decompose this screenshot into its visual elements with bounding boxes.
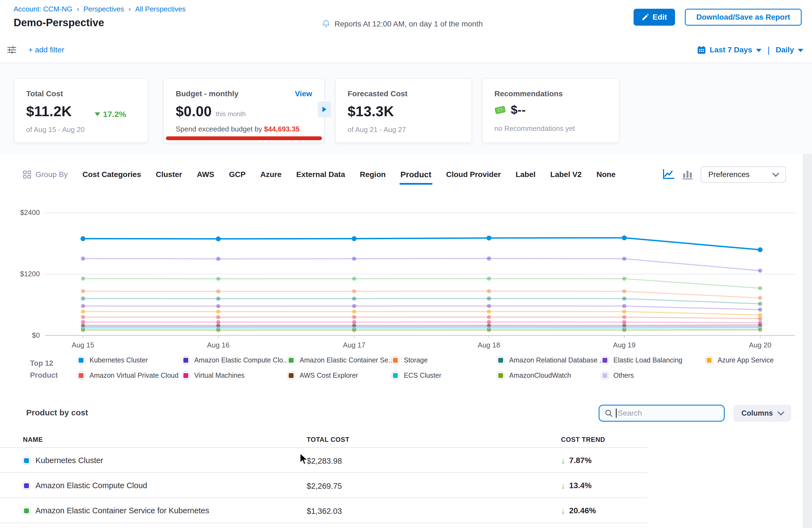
table-row[interactable]: Kubernetes Cluster$2,283.98↓7.87% bbox=[0, 448, 647, 473]
row-product-name: Kubernetes Cluster bbox=[35, 456, 103, 465]
add-filter-button[interactable]: + add filter bbox=[28, 46, 64, 54]
group-by-tab-cost-categories[interactable]: Cost Categories bbox=[83, 170, 141, 179]
legend-label: AWS Cost Explorer bbox=[300, 371, 358, 379]
legend-item[interactable]: ECS Cluster bbox=[392, 371, 441, 379]
legend-color-chip bbox=[182, 372, 189, 379]
legend-item[interactable]: Kubernetes Cluster bbox=[77, 356, 148, 364]
card-period: of Aug 15 - Aug 20 bbox=[26, 126, 136, 134]
column-header-name[interactable]: NAME bbox=[23, 436, 43, 443]
group-by-tab-label-v2[interactable]: Label V2 bbox=[550, 170, 582, 179]
chart-controls: Preferences bbox=[663, 166, 786, 183]
group-by-tab-cluster[interactable]: Cluster bbox=[156, 170, 182, 179]
legend-item[interactable]: Virtual Machines bbox=[182, 371, 245, 379]
legend-heading-line2: Product bbox=[30, 369, 58, 381]
legend-item[interactable]: Elastic Load Balancing bbox=[601, 356, 682, 364]
chart-point bbox=[81, 320, 85, 324]
legend-label: AmazonCloudWatch bbox=[509, 371, 571, 379]
arrow-down-icon: ↓ bbox=[561, 507, 565, 515]
search-input[interactable]: Search bbox=[599, 405, 725, 422]
mouse-cursor bbox=[300, 453, 309, 466]
download-save-report-button[interactable]: Download/Save as Report bbox=[685, 9, 802, 26]
chart-point bbox=[81, 236, 85, 241]
breadcrumb-item[interactable]: All Perspectives bbox=[135, 5, 186, 13]
group-by-tab-none[interactable]: None bbox=[596, 170, 615, 179]
chart-point bbox=[758, 296, 762, 300]
chart-line-amazon-relational-database-service bbox=[83, 299, 760, 304]
download-button-label: Download/Save as Report bbox=[696, 13, 790, 21]
row-name: Amazon Elastic Compute Cloud bbox=[23, 481, 147, 490]
chart-point bbox=[81, 289, 85, 293]
legend-color-chip bbox=[497, 372, 504, 379]
row-total-cost: $2,269.75 bbox=[307, 482, 342, 490]
total-cost-value: $11.2K bbox=[26, 103, 72, 119]
chart-point bbox=[622, 256, 626, 261]
group-by-tab-aws[interactable]: AWS bbox=[197, 170, 214, 179]
column-header-cost-trend[interactable]: COST TREND bbox=[561, 436, 605, 443]
legend-item[interactable]: Amazon Elastic Container Se... bbox=[288, 356, 394, 364]
card-title: Budget - monthly bbox=[176, 89, 238, 98]
card-title: Forecasted Cost bbox=[348, 89, 460, 98]
legend-label: Amazon Elastic Container Se... bbox=[300, 356, 394, 364]
view-budget-link[interactable]: View bbox=[295, 89, 312, 98]
table-row[interactable]: Amazon Elastic Container Service for Kub… bbox=[0, 498, 647, 523]
pencil-icon bbox=[642, 14, 649, 21]
group-by-tab-external-data[interactable]: External Data bbox=[296, 170, 345, 179]
legend-item[interactable]: AmazonCloudWatch bbox=[497, 371, 571, 379]
chart-point bbox=[487, 296, 491, 300]
x-axis-label: Aug 15 bbox=[72, 341, 94, 349]
group-by-tab-label[interactable]: Label bbox=[516, 170, 536, 179]
edit-button[interactable]: Edit bbox=[634, 9, 675, 26]
time-range-selector[interactable]: Last 7 Days bbox=[710, 46, 752, 54]
legend-item[interactable]: Amazon Virtual Private Cloud bbox=[77, 371, 178, 379]
chart-point bbox=[352, 320, 356, 324]
filter-bar: + add filter Last 7 Days | Daily bbox=[0, 37, 812, 63]
filter-sliders-icon[interactable] bbox=[7, 46, 16, 54]
expand-budget-button[interactable] bbox=[318, 101, 331, 117]
group-by-tab-region[interactable]: Region bbox=[360, 170, 386, 179]
group-by-tab-cloud-provider[interactable]: Cloud Provider bbox=[446, 170, 501, 179]
forecasted-cost-value: $13.3K bbox=[348, 103, 394, 119]
legend-item[interactable]: AWS Cost Explorer bbox=[288, 371, 358, 379]
row-product-name: Amazon Elastic Container Service for Kub… bbox=[35, 506, 209, 515]
row-total-cost: $1,362.03 bbox=[307, 507, 342, 516]
preferences-dropdown[interactable]: Preferences bbox=[701, 166, 786, 183]
chart-point bbox=[622, 296, 626, 300]
line-chart-icon[interactable] bbox=[663, 169, 675, 180]
table-row[interactable]: Amazon Elastic Compute Cloud$2,269.75↓13… bbox=[0, 473, 647, 498]
group-by-tab-product[interactable]: Product bbox=[401, 170, 431, 179]
chart-line-virtual-machines bbox=[83, 322, 760, 323]
breadcrumb-item[interactable]: Perspectives bbox=[84, 5, 124, 13]
cost-trend-line-chart[interactable]: $2400$1200$0Aug 15Aug 16Aug 17Aug 18Aug … bbox=[0, 191, 802, 354]
chart-point bbox=[487, 236, 491, 240]
breadcrumb-item[interactable]: Account: CCM-NG bbox=[14, 5, 72, 13]
legend-item[interactable]: Amazon Elastic Compute Clo... bbox=[182, 356, 289, 364]
bar-chart-icon[interactable] bbox=[682, 169, 693, 180]
columns-label: Columns bbox=[741, 409, 773, 417]
legend-color-chip bbox=[182, 357, 189, 364]
legend-item[interactable]: Storage bbox=[392, 356, 428, 364]
search-icon bbox=[605, 409, 612, 417]
legend-item[interactable]: Others bbox=[601, 371, 634, 379]
columns-dropdown[interactable]: Columns bbox=[734, 405, 791, 422]
group-by-tab-azure[interactable]: Azure bbox=[260, 170, 281, 179]
legend-label: Amazon Relational Database ... bbox=[509, 356, 605, 364]
granularity-selector[interactable]: Daily bbox=[776, 46, 794, 54]
row-color-chip bbox=[23, 457, 30, 464]
chart-point bbox=[622, 310, 626, 314]
chart-point bbox=[352, 256, 356, 261]
chart-point bbox=[622, 315, 626, 319]
legend-item[interactable]: Amazon Relational Database ... bbox=[497, 356, 605, 364]
chart-point bbox=[81, 256, 85, 261]
legend-color-chip bbox=[601, 372, 608, 379]
row-product-name: Amazon Elastic Compute Cloud bbox=[35, 481, 147, 490]
group-by-bar: Group By Cost CategoriesClusterAWSGCPAzu… bbox=[0, 161, 802, 188]
chart-point bbox=[622, 304, 626, 308]
legend-item[interactable]: Azure App Service bbox=[706, 356, 774, 364]
search-placeholder: Search bbox=[618, 409, 642, 417]
chart-point bbox=[758, 247, 763, 252]
report-schedule-text: Reports At 12:00 AM, on day 1 of the mon… bbox=[334, 20, 483, 28]
group-by-tab-gcp[interactable]: GCP bbox=[229, 170, 246, 179]
column-header-total-cost[interactable]: TOTAL COST bbox=[307, 436, 349, 443]
chart-point bbox=[81, 296, 85, 300]
group-by-tabs: Cost CategoriesClusterAWSGCPAzureExterna… bbox=[83, 170, 615, 179]
